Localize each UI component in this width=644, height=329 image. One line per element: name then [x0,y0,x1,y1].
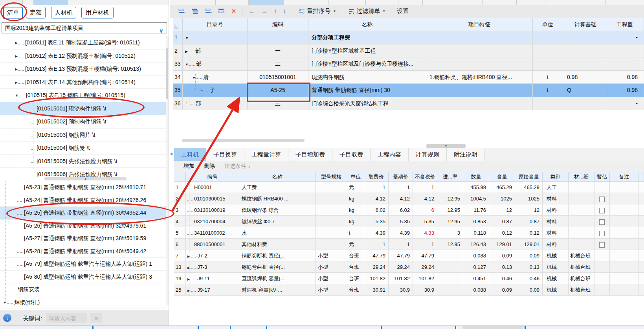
notax-price-cell[interactable]: 5.35 [413,216,437,227]
content-cell[interactable]: 0.13 [489,261,515,273]
category-cell[interactable]: 机械 [543,261,569,273]
user-material-button[interactable]: 用户材机 [81,7,114,18]
machine-detail-cell[interactable]: 机械台班 [569,284,594,296]
tab-detail[interactable]: 子目换算 [206,148,244,161]
category-cell[interactable]: 材料 [543,239,569,250]
column-header[interactable]: 项目特征 [426,18,533,31]
column-header[interactable]: 单位 [347,172,364,182]
base-price-cell[interactable]: 4.12 [389,193,413,204]
machine-detail-cell[interactable] [569,227,594,239]
panel-splitter-handle[interactable]: ▼ [426,144,466,148]
tree-item[interactable]: [A5-80] 成型钢筋运输 载重汽车运输人装人卸(运距) 3 [0,271,166,284]
listing-button[interactable]: 清单 [3,7,23,19]
base-price-cell[interactable]: 6.02 [389,204,413,216]
tab-detail[interactable]: 工程内容 [371,148,409,161]
search-next-button[interactable]: ↓ [3,314,11,322]
append-row-icon[interactable] [218,8,225,14]
unit-cell[interactable]: t [533,71,563,84]
table-row[interactable]: 303130100019低碳钢焊条 综合kg6.026.02612.9511.7… [174,204,644,216]
category-cell[interactable]: 材料 [543,193,569,204]
name-cell[interactable]: 对焊机 容量(kV·... [239,284,316,296]
notax-price-cell[interactable]: 1 [413,182,437,193]
quantity-cell[interactable]: 1004.5 [463,193,489,204]
original-content-cell[interactable]: 0.13 [515,261,543,273]
fee-price-cell[interactable]: 47.79 [364,250,389,261]
redo-icon[interactable]: → [261,7,268,15]
collapse-icon[interactable]: ▼ [185,36,189,40]
collapse-icon[interactable]: ▼ [3,301,7,305]
expand-icon[interactable]: ▶ [15,67,18,71]
tree-item[interactable]: [010515002] 预制构件钢筋 \t [0,115,166,129]
filter-listing-button[interactable]: 过滤清单 ▼ [348,7,385,15]
expand-icon[interactable]: ▶ [15,81,18,85]
basis-cell[interactable]: Q [563,84,608,97]
scrollbar-thumb[interactable] [166,48,168,99]
notax-price-cell[interactable]: 6 [413,204,437,216]
rate-cell[interactable]: 12.95 [437,204,463,216]
table-row[interactable]: 7▶J7-2钢筋切断机 直径(...小型台班47.7947.7947.790.0… [174,250,644,261]
notax-price-cell[interactable]: 101.82 [413,273,437,284]
standard-dropdown[interactable]: 国标2013建筑装饰工程清单项目 ∨ [2,22,167,33]
tree-item[interactable]: 钢筋安装 [0,283,166,296]
column-header[interactable]: 含量 [489,172,515,182]
tree-item[interactable]: [A5-24] 普通钢筋 带肋钢筋 直径(mm) 28\t\4976.26 [0,194,166,207]
tree-item[interactable]: [A5-23] 普通钢筋 带肋钢筋 直径(mm) 25\t\4810.71 [0,181,166,194]
unit-cell[interactable]: t [533,84,563,97]
quantity-cell[interactable]: - [608,44,641,58]
name-cell[interactable]: 钢筋弯曲机 直径(... [239,261,316,273]
collapse-icon[interactable]: ▼ [15,94,18,97]
table-row[interactable]: 2▶部一门诊楼Y型柱区域桩基工程- [173,44,644,58]
feature-cell[interactable] [426,31,533,44]
code-cell[interactable]: ▶J9-11 [186,273,239,284]
column-header[interactable]: 数量 [463,172,489,182]
table-row[interactable]: 534110100002水t4.394.394.3330.1180.120.12… [174,227,644,239]
spec-cell[interactable]: 小型 [316,250,347,261]
remark-cell[interactable] [610,216,638,227]
quantity-cell[interactable]: 0.118 [463,227,489,239]
code-cell[interactable]: ▶J9-17 [186,284,239,296]
content-cell[interactable]: 0.12 [489,227,515,239]
unit-cell[interactable] [533,97,563,110]
unit-cell[interactable] [533,57,563,71]
content-cell[interactable]: 0.09 [489,250,515,261]
spec-cell[interactable] [316,204,347,216]
column-header[interactable]: 名称 [239,172,316,182]
unit-cell[interactable]: 台班 [347,273,364,284]
column-header[interactable]: 编号 [186,172,239,182]
base-price-cell[interactable]: 30.9 [389,284,413,296]
fee-price-cell[interactable]: 29.24 [364,261,389,273]
feature-cell[interactable] [426,97,533,110]
spec-cell[interactable]: 小型 [316,273,347,284]
base-price-cell[interactable]: 5.35 [389,216,413,227]
notax-price-cell[interactable]: 30.9 [413,284,437,296]
rate-cell[interactable]: 12.95 [437,216,463,227]
tree-item[interactable]: [A5-26] 普通钢筋 带肋钢筋 直径(mm) 32\t\4979.61 [0,220,166,233]
base-price-cell[interactable]: 29.24 [389,261,413,273]
notax-price-cell[interactable]: 4.33 [413,227,437,239]
content-cell[interactable]: 465.29 [489,182,515,193]
content-cell[interactable]: 129.01 [489,239,515,250]
table-row[interactable]: 1H00001人工费元111455.98465.29465.29人工 [174,182,644,193]
machine-detail-cell[interactable] [569,239,594,250]
code-cell[interactable]: 二 [248,57,308,71]
tab-detail[interactable]: 计算规则 [409,148,447,161]
quantity-cell[interactable]: 0.088 [463,284,489,296]
remark-cell[interactable] [610,193,638,204]
quantity-cell[interactable]: 126.43 [463,239,489,250]
fee-price-cell[interactable]: 4.39 [364,227,389,239]
machine-detail-cell[interactable]: 机械台班 [569,250,594,261]
name-cell[interactable]: 直流弧焊机 容量(... [239,273,316,284]
notax-price-cell[interactable]: 1 [413,239,437,250]
column-header[interactable]: 材...细 [569,172,594,182]
rate-cell[interactable]: 12.95 [437,193,463,204]
table-row[interactable]: 13▶J7-3钢筋弯曲机 直径(...小型台班29.2429.2429.240.… [174,261,644,273]
fee-price-cell[interactable]: 5.35 [364,216,389,227]
tree-item[interactable]: ▶[010513] 表E.13 预制混凝土楼梯(编号: 010513) [0,62,166,76]
table-row[interactable]: 19▶J9-11直流弧焊机 容量(...小型台班101.82101.82101.… [174,273,644,284]
unit-cell[interactable] [533,31,563,44]
name-cell[interactable]: 普通钢筋 带肋钢筋 直径(mm) 30 [308,84,426,97]
original-content-cell[interactable]: 0.09 [515,250,543,261]
name-cell[interactable]: 门诊综合楼采光天窗钢结构工程 [308,97,426,110]
code-cell[interactable]: 010515001001 [248,71,308,84]
quantity-cell[interactable]: - [608,31,641,44]
